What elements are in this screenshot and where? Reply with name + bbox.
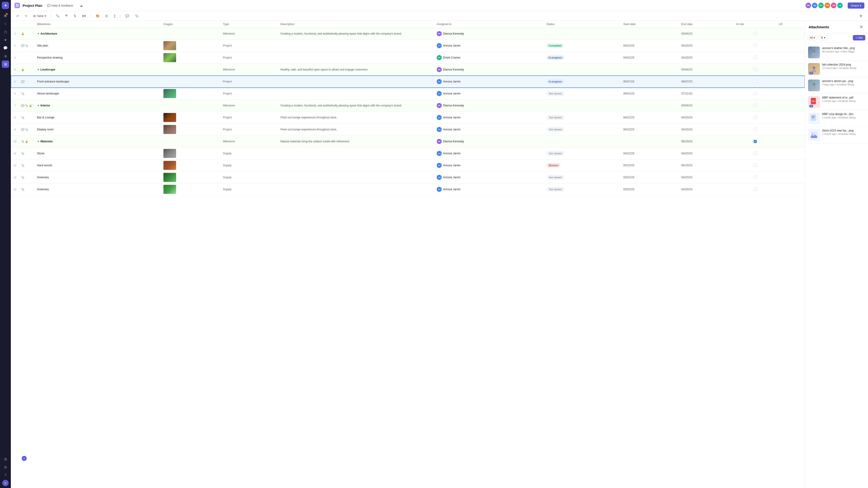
sidebar-item-messages[interactable]: 💬 — [2, 44, 9, 52]
at-risk-checkbox[interactable] — [754, 92, 757, 95]
undo-button[interactable]: ↩ — [14, 13, 21, 19]
sidebar-item-recent[interactable]: ◷ — [2, 28, 9, 35]
row-lr-cell — [776, 64, 805, 76]
status-badge[interactable]: Completed — [547, 43, 564, 48]
row-image-thumbnail[interactable] — [163, 41, 176, 50]
at-risk-checkbox[interactable] — [754, 175, 757, 179]
at-risk-checkbox[interactable] — [754, 32, 757, 35]
row-images-cell — [161, 100, 221, 111]
attachment-info: fall collection 2024.png 12 hours ago • … — [822, 63, 865, 69]
row-number: 14 — [11, 184, 19, 195]
at-risk-checkbox[interactable] — [754, 164, 757, 167]
collapse-arrow[interactable]: ▼ — [37, 68, 39, 71]
view-selector[interactable]: ⊞ Table ▾ — [31, 13, 48, 19]
at-risk-checkbox[interactable] — [754, 104, 757, 107]
col-assigned-to[interactable]: Assigned to — [434, 21, 544, 28]
status-badge[interactable]: Not started — [547, 151, 564, 156]
table-settings-button[interactable]: ⊟ — [103, 13, 110, 19]
sidebar-item-add[interactable]: ⊕ — [2, 53, 9, 60]
redo-button[interactable]: ↪ — [23, 13, 29, 19]
assignee-name: Annora Jarvin — [443, 128, 460, 131]
sidebar-item-grid[interactable]: ⊞ — [2, 455, 9, 463]
at-risk-checkbox[interactable] — [754, 152, 757, 155]
status-badge[interactable]: In progress — [547, 79, 564, 84]
assignee-info: AJAnnora Jarvin — [437, 115, 542, 120]
at-risk-checkbox[interactable] — [754, 56, 757, 59]
status-badge[interactable]: Not started — [547, 91, 564, 96]
attachment-thumbnail — [808, 79, 820, 91]
col-type[interactable]: Type — [221, 21, 278, 28]
sidebar-item-settings[interactable]: ⚙ — [2, 464, 9, 471]
at-risk-checkbox[interactable] — [754, 116, 757, 119]
row-type-cell: Project — [221, 76, 278, 88]
add-attachment-button[interactable]: + Add — [853, 35, 865, 40]
assignee-info: AJAnnora Jarvin — [437, 175, 542, 180]
search-button[interactable]: 🔍 — [54, 13, 61, 19]
user-avatar[interactable]: U — [2, 480, 8, 486]
status-badge[interactable]: Not started — [547, 175, 564, 180]
col-images[interactable]: Images — [161, 21, 221, 28]
row-image-thumbnail[interactable] — [163, 113, 176, 122]
col-milestones[interactable]: Milestones — [35, 21, 161, 28]
attachment-thumbnail — [808, 46, 820, 58]
feedback-button[interactable]: 💬 Help & feedback — [45, 3, 75, 8]
col-description[interactable]: Description — [278, 21, 434, 28]
settings-gear-button[interactable]: ⚙ — [858, 13, 864, 19]
row-number: 2 — [11, 40, 19, 52]
comment-button[interactable]: 💬 — [123, 13, 131, 19]
sidebar-item-favorites[interactable]: ★ — [2, 36, 9, 43]
row-description-cell: Creating a modern, functional, and aesth… — [278, 100, 434, 111]
milestone-group-name: Landscape — [40, 68, 55, 71]
at-risk-checkbox[interactable] — [754, 80, 757, 83]
attachment-name: fall collection 2024.png — [822, 63, 865, 66]
col-end-date[interactable]: End date — [679, 21, 734, 28]
formula-button[interactable]: ∑ — [112, 13, 118, 19]
row-image-thumbnail[interactable] — [163, 125, 176, 134]
at-risk-checkbox[interactable]: ✓ — [754, 140, 757, 143]
status-badge[interactable]: In progress — [547, 56, 564, 60]
row-end-date-cell: 03/04/23 — [679, 100, 734, 111]
status-badge[interactable]: Blocked — [547, 163, 560, 167]
row-description-cell — [278, 171, 434, 184]
attachment-sort-button[interactable]: ⇅ ▾ — [819, 35, 827, 40]
sidebar-item-help[interactable]: ? — [2, 472, 9, 479]
at-risk-checkbox[interactable] — [754, 188, 757, 191]
col-lr[interactable]: LR — [776, 21, 805, 28]
at-risk-checkbox[interactable] — [754, 68, 757, 71]
row-image-thumbnail[interactable] — [163, 89, 176, 98]
col-start-date[interactable]: Start date — [621, 21, 679, 28]
collapse-arrow[interactable]: ▼ — [37, 104, 39, 107]
col-at-risk[interactable]: At risk — [734, 21, 776, 28]
sidebar-item-notifications[interactable]: ◉ — [2, 12, 9, 19]
avatar-1: DK — [805, 2, 811, 8]
status-badge[interactable]: Not started — [547, 115, 564, 120]
row-image-thumbnail[interactable] — [163, 173, 176, 182]
color-button[interactable]: 🎨 — [94, 13, 101, 19]
content-area: + Milestones Images Type Description Ass… — [11, 21, 868, 488]
row-image-thumbnail[interactable] — [163, 53, 176, 62]
status-badge[interactable]: Not started — [547, 127, 564, 132]
assignee-name: Dianna Kennedy — [443, 68, 464, 71]
add-row-button[interactable]: + — [22, 456, 27, 461]
row-image-thumbnail[interactable] — [163, 185, 176, 194]
row-image-thumbnail[interactable] — [163, 149, 176, 158]
sidebar-item-home[interactable]: ⌂ — [2, 20, 9, 27]
status-badge[interactable]: Not started — [547, 187, 564, 192]
collapse-arrow[interactable]: ▼ — [37, 32, 39, 35]
share-button[interactable]: Share ▾ — [848, 2, 864, 8]
group-button[interactable]: ⊞▾ — [80, 13, 88, 19]
collapse-arrow[interactable]: ▼ — [37, 140, 39, 143]
col-status[interactable]: Status — [544, 21, 621, 28]
at-risk-checkbox[interactable] — [754, 44, 757, 47]
sort-button[interactable]: ⇅ — [72, 13, 78, 19]
row-image-thumbnail[interactable] — [163, 161, 176, 170]
panel-close-button[interactable]: ✕ — [858, 24, 864, 30]
attachment-filter-all[interactable]: All ▾ — [808, 35, 817, 40]
sidebar-item-views[interactable]: ⊞ — [2, 61, 9, 68]
filter-button[interactable]: ⧨ — [63, 13, 70, 19]
attach-button[interactable]: 📎 — [133, 13, 141, 19]
table-header-row: Milestones Images Type Description Assig… — [11, 21, 805, 28]
at-risk-checkbox[interactable] — [754, 128, 757, 131]
attachment-meta: 1 month ago • Jonathan Wong — [822, 116, 865, 119]
cloud-icon-btn[interactable]: ☁ — [78, 3, 85, 8]
